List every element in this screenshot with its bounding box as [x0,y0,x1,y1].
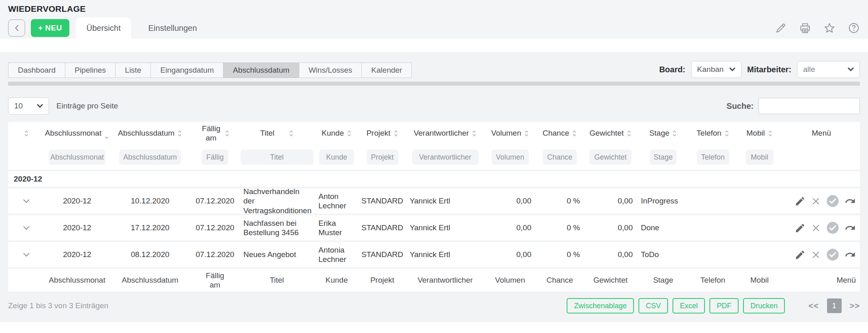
cell-abschlussdatum: 17.12.2020 [110,215,191,240]
cell-projekt: STANDARD [359,215,406,240]
sort-icon [289,130,294,137]
column-header-kunde[interactable]: Kunde [314,122,359,145]
complete-row-button[interactable] [826,221,839,234]
delete-row-button[interactable] [811,250,821,260]
column-header-volumen[interactable]: Volumen [485,122,535,145]
export-pdf-button[interactable]: PDF [709,298,739,314]
delete-row-button[interactable] [811,196,821,206]
column-header-stage[interactable]: Stage [637,122,690,145]
column-header-abschlussmonat[interactable]: Abschlussmonat [45,122,110,145]
view-tab-eingangsdatum[interactable]: Eingangsdatum [150,63,223,78]
cell-volumen: 0,00 [485,215,535,240]
column-header-menue: Menü [783,122,860,145]
sort-icon [524,130,529,137]
page-size-value: 10 [14,102,31,110]
cell-abschlussmonat: 2020-12 [45,215,110,240]
new-entry-button[interactable]: + NEU [31,19,69,37]
row-expander-icon[interactable] [22,252,30,257]
results-info-text: Zeige 1 bis 3 von 3 Einträgen [8,301,108,310]
filter-verantwortlicher[interactable] [412,149,479,165]
filter-mobil[interactable] [746,149,773,165]
pagination-current-page[interactable]: 1 [827,298,842,313]
view-tab-pipelines[interactable]: Pipelines [65,63,116,78]
complete-row-button[interactable] [826,248,839,261]
table-header-row: Abschlussmonat Abschlussdatum Fällig am … [8,122,860,145]
filter-faellig[interactable] [202,149,228,165]
page-title: WIEDERVORLAGE [8,4,860,14]
tab-einstellungen[interactable]: Einstellungen [138,17,207,39]
sort-icon [177,130,182,137]
tab-uebersicht[interactable]: Übersicht [76,17,131,39]
check-circle-icon [826,248,839,261]
view-tab-wins-losses[interactable]: Wins/Losses [299,63,362,78]
edit-row-button[interactable] [795,249,806,260]
column-header-projekt[interactable]: Projekt [359,122,406,145]
pagination-prev-button[interactable]: << [808,301,819,311]
export-csv-button[interactable]: CSV [638,298,668,314]
forward-row-button[interactable] [844,195,856,207]
view-tab-kalender[interactable]: Kalender [361,63,412,78]
forward-row-button[interactable] [844,222,856,234]
cell-stage: InProgress [637,188,690,214]
table-row: 2020-12 10.12.2020 07.12.2020 Nachverhan… [8,188,860,214]
column-header-verantwortlicher[interactable]: Verantwortlicher [406,122,485,145]
edit-row-button[interactable] [795,223,806,234]
export-print-button[interactable]: Drucken [743,298,785,314]
filter-chance[interactable] [543,149,577,165]
page-size-select[interactable]: 10 [8,97,49,115]
board-label: Board: [659,65,685,74]
delete-row-button[interactable] [811,223,821,233]
column-header-chance[interactable]: Chance [535,122,584,145]
sort-icon [24,130,29,137]
filter-volumen[interactable] [492,149,529,165]
printer-icon[interactable] [799,22,811,34]
row-expander-icon[interactable] [22,225,30,230]
edit-row-button[interactable] [795,196,806,207]
cell-projekt: STANDARD [359,242,406,267]
mitarbeiter-select-value: alle [803,65,842,74]
horizontal-scrollbar[interactable] [8,82,860,86]
board-select[interactable]: Kanban [691,61,742,78]
export-clipboard-button[interactable]: Zwischenablage [567,298,634,314]
mitarbeiter-select[interactable]: alle [797,61,860,78]
column-header-faellig-am[interactable]: Fällig am [191,122,239,145]
cell-chance: 0 % [535,242,584,267]
filter-abschlussmonat[interactable] [49,149,105,165]
forward-row-button[interactable] [844,249,856,260]
column-header-titel[interactable]: Titel [239,122,314,145]
search-input[interactable] [758,98,860,114]
star-icon[interactable] [823,22,836,34]
column-header-abschlussdatum[interactable]: Abschlussdatum [110,122,191,145]
filter-gewichtet[interactable] [589,149,632,165]
view-tab-abschlussdatum[interactable]: Abschlussdatum [223,63,299,78]
cell-titel: Nachverhandeln der Vertragskonditionen [239,188,314,214]
cell-verantwortlicher: Yannick Ertl [406,188,485,214]
filter-telefon[interactable] [697,149,729,165]
row-expander-icon[interactable] [22,199,30,203]
sort-icon [347,130,352,137]
column-header-expander[interactable] [8,122,45,145]
filter-abschlussdatum[interactable] [119,149,181,165]
edit-pencil-icon [795,249,806,260]
cell-titel: Neues Angebot [239,242,314,267]
help-icon[interactable] [848,22,860,34]
filter-kunde[interactable] [319,149,354,165]
back-button[interactable] [8,19,25,37]
column-header-mobil[interactable]: Mobil [736,122,783,145]
view-tab-dashboard[interactable]: Dashboard [8,63,65,78]
table-footer-row: Abschlussmonat Abschlussdatum Fällig am … [8,269,860,292]
column-header-telefon[interactable]: Telefon [690,122,736,145]
filter-titel[interactable] [241,149,314,165]
pagination-next-button[interactable]: >> [850,301,860,311]
column-header-gewichtet[interactable]: Gewichtet [584,122,637,145]
cell-volumen: 0,00 [485,188,535,214]
filter-stage[interactable] [650,149,677,165]
export-excel-button[interactable]: Excel [672,298,705,314]
footer-gewichtet: Gewichtet [584,269,637,292]
view-tab-liste[interactable]: Liste [115,63,151,78]
edit-pencil-icon[interactable] [775,22,787,34]
sort-desc-icon [104,136,109,140]
filter-projekt[interactable] [367,149,398,165]
header-separator [0,39,868,52]
complete-row-button[interactable] [826,195,839,208]
